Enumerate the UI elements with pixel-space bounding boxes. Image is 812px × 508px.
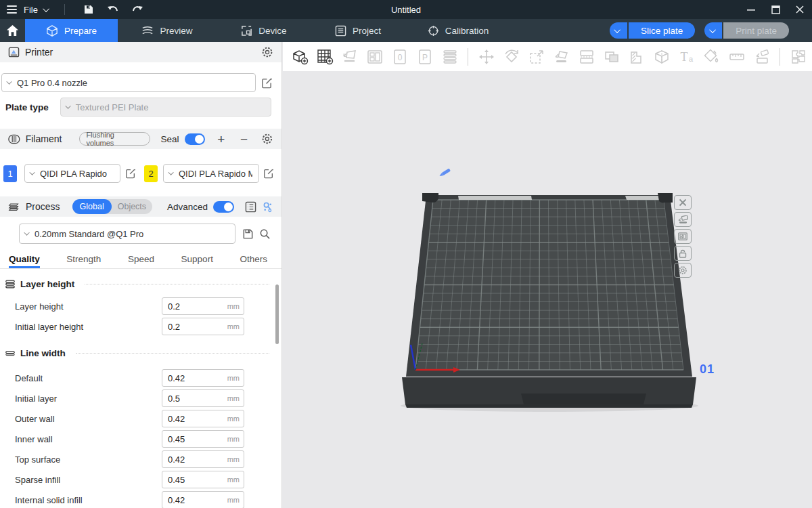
- setting-input[interactable]: 0.2mm: [162, 297, 244, 315]
- setting-input[interactable]: 0.42mm: [162, 450, 244, 468]
- filament-2-select[interactable]: QIDI PLA Rapido M...: [163, 164, 259, 183]
- close-button[interactable]: [788, 0, 812, 19]
- add-plate-icon[interactable]: [312, 48, 337, 66]
- tab-calibration[interactable]: Calibration: [405, 19, 512, 42]
- setting-value[interactable]: 0.2: [168, 322, 227, 332]
- file-menu[interactable]: File: [24, 5, 38, 15]
- filament-1-badge[interactable]: 1: [3, 165, 17, 182]
- home-button[interactable]: [0, 19, 25, 42]
- remove-filament-button[interactable]: −: [238, 133, 251, 146]
- arrange-icon[interactable]: [362, 48, 387, 66]
- search-settings-icon[interactable]: [259, 228, 271, 240]
- cut-icon[interactable]: [649, 48, 674, 66]
- printer-settings-gear-icon[interactable]: [261, 46, 273, 58]
- plate-type-select[interactable]: Textured PEI Plate: [60, 98, 271, 117]
- plate-number-label[interactable]: 01: [700, 362, 715, 376]
- filament-2-badge[interactable]: 2: [144, 165, 158, 182]
- edit-printer-icon[interactable]: [261, 77, 273, 89]
- save-icon[interactable]: [80, 4, 97, 15]
- edit-filament-2-icon[interactable]: [263, 168, 274, 179]
- edit-filament-1-icon[interactable]: [125, 168, 136, 179]
- setting-value[interactable]: 0.2: [168, 301, 227, 312]
- setting-input[interactable]: 0.42mm: [162, 369, 244, 387]
- setting-input[interactable]: 0.2mm: [162, 318, 244, 335]
- process-tab-support[interactable]: Support: [181, 254, 213, 268]
- flushing-volumes-button[interactable]: Flushing volumes: [79, 132, 150, 146]
- mesh-boolean-icon[interactable]: [599, 48, 624, 66]
- setting-input[interactable]: 0.45mm: [162, 471, 244, 488]
- fill-icon[interactable]: [624, 48, 649, 66]
- sidebar-scrollbar[interactable]: [275, 284, 279, 344]
- advanced-toggle[interactable]: [213, 201, 234, 213]
- tab-device[interactable]: Device: [217, 19, 311, 42]
- text-icon[interactable]: Ta: [674, 48, 699, 66]
- rotate-icon[interactable]: [499, 48, 524, 66]
- variable-layer-height-icon[interactable]: [437, 48, 462, 66]
- arrange-plate-icon[interactable]: [674, 229, 692, 244]
- filament-settings-gear-icon[interactable]: [261, 133, 273, 145]
- split-to-objects-icon[interactable]: 0: [387, 48, 412, 66]
- process-tab-row: Quality Strength Speed Support Others: [0, 249, 276, 268]
- filament-1-select[interactable]: QIDI PLA Rapido: [24, 164, 120, 183]
- measure-icon[interactable]: [724, 48, 749, 66]
- seam-painting-icon[interactable]: [749, 48, 774, 66]
- scale-icon[interactable]: [524, 48, 549, 66]
- tab-project[interactable]: Project: [311, 19, 405, 42]
- lock-plate-icon[interactable]: [674, 246, 692, 261]
- process-tab-speed[interactable]: Speed: [128, 254, 154, 268]
- delete-plate-icon[interactable]: [674, 195, 692, 210]
- slice-plate-button[interactable]: Slice plate: [629, 22, 695, 39]
- setting-input[interactable]: 0.42mm: [162, 491, 244, 508]
- add-object-icon[interactable]: [287, 48, 312, 66]
- add-filament-button[interactable]: +: [215, 133, 228, 146]
- line-width-icon: [5, 349, 16, 358]
- split-to-parts-icon[interactable]: P: [412, 48, 437, 66]
- group-title: Layer height: [20, 279, 74, 289]
- viewport-canvas[interactable]: 01: [283, 71, 812, 508]
- process-tab-quality[interactable]: Quality: [9, 254, 40, 268]
- redo-icon[interactable]: [129, 5, 146, 14]
- split-icon[interactable]: [574, 48, 599, 66]
- seal-toggle[interactable]: [185, 133, 205, 145]
- advanced-label: Advanced: [167, 202, 208, 212]
- setting-value[interactable]: 0.45: [168, 434, 227, 444]
- print-options-chevron[interactable]: [704, 22, 722, 39]
- hamburger-menu-icon[interactable]: [7, 3, 17, 16]
- scope-objects[interactable]: Objects: [112, 202, 152, 211]
- tab-label: Preview: [160, 26, 192, 36]
- slice-options-chevron[interactable]: [610, 22, 627, 39]
- tab-preview[interactable]: Preview: [118, 19, 217, 42]
- save-preset-icon[interactable]: [242, 228, 254, 240]
- tab-prepare[interactable]: Prepare: [25, 19, 118, 42]
- minimize-button[interactable]: [739, 0, 763, 19]
- tab-label: Calibration: [445, 26, 489, 36]
- process-preset-select[interactable]: 0.20mm Standard @Q1 Pro: [19, 224, 235, 244]
- setting-value[interactable]: 0.42: [168, 414, 227, 424]
- maximize-button[interactable]: [763, 0, 788, 19]
- detail-list-icon[interactable]: [245, 201, 256, 213]
- setting-input[interactable]: 0.5mm: [162, 389, 244, 407]
- setting-value[interactable]: 0.42: [168, 373, 227, 383]
- process-tab-strength[interactable]: Strength: [66, 254, 101, 268]
- assembly-view-icon[interactable]: [786, 48, 811, 66]
- setting-value[interactable]: 0.45: [168, 475, 227, 485]
- search-params-icon[interactable]: [262, 201, 273, 213]
- setting-value[interactable]: 0.42: [168, 495, 227, 505]
- setting-input[interactable]: 0.42mm: [162, 410, 244, 427]
- color-painting-icon[interactable]: [699, 48, 724, 66]
- printer-preset-select[interactable]: Q1 Pro 0.4 nozzle: [1, 73, 256, 92]
- file-chevron-icon[interactable]: [43, 5, 49, 12]
- setting-value[interactable]: 0.5: [168, 394, 227, 404]
- plate-edit-pencil-icon[interactable]: [438, 169, 451, 177]
- auto-orient-icon[interactable]: [337, 48, 362, 66]
- undo-icon[interactable]: [104, 5, 122, 14]
- setting-input[interactable]: 0.45mm: [162, 430, 244, 448]
- plate-settings-icon[interactable]: [674, 263, 692, 278]
- setting-value[interactable]: 0.42: [168, 454, 227, 465]
- process-tab-others[interactable]: Others: [240, 254, 267, 268]
- orient-plate-icon[interactable]: [674, 212, 692, 227]
- scope-global[interactable]: Global: [72, 199, 112, 214]
- print-plate-button[interactable]: Print plate: [723, 22, 789, 39]
- flatten-icon[interactable]: [549, 48, 574, 66]
- move-icon[interactable]: [474, 48, 499, 66]
